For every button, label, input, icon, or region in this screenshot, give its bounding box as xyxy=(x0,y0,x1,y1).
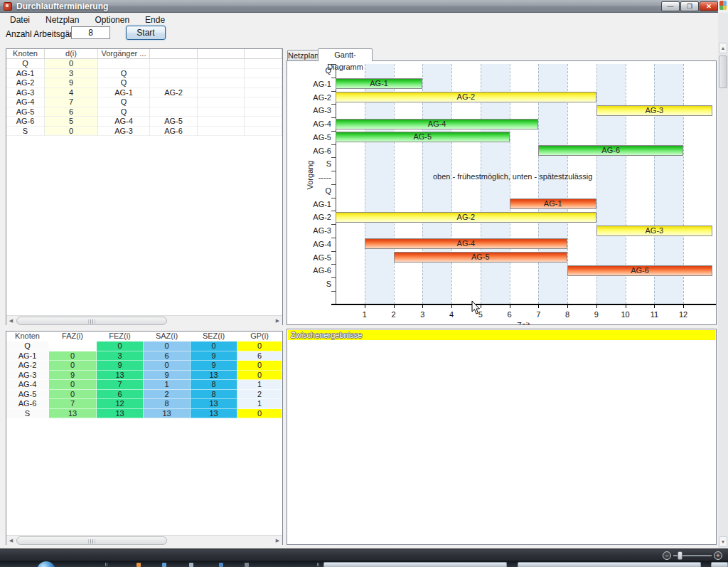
zoom-slider[interactable]: − + xyxy=(663,551,722,560)
zoom-track[interactable] xyxy=(673,555,712,556)
table-row[interactable]: AG-39139130 xyxy=(6,371,282,381)
scroll-down-icon[interactable]: ▼ xyxy=(719,536,727,547)
gantt-row-label: S xyxy=(289,280,331,288)
header-cell: FAZ(i) xyxy=(49,332,97,341)
cell: 6 xyxy=(45,107,98,117)
x-tick xyxy=(451,305,452,308)
window-title: Durchlaufterminierung xyxy=(16,1,108,11)
cell: AG-2 xyxy=(150,88,198,98)
quicklaunch-icon[interactable] xyxy=(245,563,249,567)
table-row[interactable]: AG-103696 xyxy=(6,351,282,361)
table-row[interactable]: AG-65AG-4AG-5 xyxy=(6,117,282,127)
scroll-left-icon[interactable]: ◀ xyxy=(6,536,16,545)
menu-item-netzplan[interactable]: Netzplan xyxy=(40,14,85,26)
table-row[interactable]: Q0 xyxy=(6,59,282,69)
x-tick xyxy=(626,305,626,308)
cell: 1 xyxy=(237,380,282,390)
quicklaunch-icon[interactable] xyxy=(189,563,193,567)
taskbar-window-button[interactable] xyxy=(518,562,701,567)
minimize-button[interactable]: — xyxy=(661,1,680,11)
cell xyxy=(198,127,245,137)
cell xyxy=(245,117,282,127)
table-row[interactable]: AG-34AG-1AG-2 xyxy=(6,88,282,98)
cell: AG-1 xyxy=(98,88,150,98)
quicklaunch-icon[interactable] xyxy=(219,563,223,567)
table-row[interactable]: AG-13Q xyxy=(6,69,282,79)
cell: S xyxy=(6,409,49,419)
x-tick xyxy=(394,305,395,308)
cell: 6 xyxy=(144,351,191,361)
tab-netzplan[interactable]: Netzplan xyxy=(287,50,318,61)
taskbar-grip xyxy=(105,563,108,566)
cell: AG-2 xyxy=(6,361,49,371)
x-tick xyxy=(654,305,655,308)
menu-item-ende[interactable]: Ende xyxy=(139,14,171,26)
menu-item-optionen[interactable]: Optionen xyxy=(89,14,135,26)
gantt-row-label: AG-6 xyxy=(289,266,331,275)
zoom-in-icon[interactable]: + xyxy=(714,551,722,560)
quicklaunch-icon[interactable] xyxy=(136,563,141,567)
taskbar[interactable] xyxy=(0,561,728,567)
cell: 7 xyxy=(45,97,98,107)
table-row[interactable]: S0AG-3AG-6 xyxy=(6,127,282,137)
start-orb[interactable] xyxy=(37,561,55,567)
table-row[interactable]: S131313130 xyxy=(6,409,282,419)
cell: 9 xyxy=(97,361,144,371)
scroll-left-icon[interactable]: ◀ xyxy=(6,317,16,325)
cell xyxy=(198,88,245,98)
cell: 2 xyxy=(237,390,282,400)
x-tick-label: 8 xyxy=(559,310,576,319)
header-cell: SEZ(i) xyxy=(191,332,237,341)
cell: 9 xyxy=(45,78,98,88)
cell: 13 xyxy=(144,409,191,419)
menu-item-datei[interactable]: Datei xyxy=(4,14,36,26)
table-row[interactable]: AG-47Q xyxy=(6,97,282,107)
cell: 0 xyxy=(49,380,97,390)
start-button[interactable]: Start xyxy=(126,26,166,40)
precedence-hscrollbar[interactable]: ◀ ▶ xyxy=(6,315,282,325)
cell: AG-6 xyxy=(6,117,45,127)
cell: 0 xyxy=(237,371,282,381)
gantt-panel: QAG-1AG-2AG-3AG-4AG-5AG-6S-----QAG-1AG-2… xyxy=(287,60,717,325)
quicklaunch-icon[interactable] xyxy=(162,563,166,567)
count-input[interactable]: 8 xyxy=(71,26,110,39)
cell: Q xyxy=(6,59,45,69)
cell xyxy=(198,69,245,79)
cell: Q xyxy=(98,107,150,117)
cell: 0 xyxy=(97,341,144,351)
schedule-panel: KnotenFAZ(i)FEZ(i)SAZ(i)SEZ(i)GP(i)Q0000… xyxy=(6,331,283,545)
x-tick xyxy=(538,305,539,308)
cell: 0 xyxy=(45,127,98,137)
table-row[interactable]: Q0000 xyxy=(6,341,282,351)
table-row[interactable]: AG-506282 xyxy=(6,390,282,400)
tab-gantt-diagramm[interactable]: Gantt-Diagramm xyxy=(318,48,373,61)
taskbar-window-button[interactable] xyxy=(711,562,728,567)
window-vscrollbar[interactable]: ▲ ▼ xyxy=(718,13,728,549)
table-row[interactable]: AG-209090 xyxy=(6,361,282,371)
restore-button[interactable]: ❐ xyxy=(680,1,699,11)
cell: 0 xyxy=(49,351,97,361)
scroll-right-icon[interactable]: ▶ xyxy=(273,536,282,545)
table-row[interactable]: AG-56Q xyxy=(6,107,282,117)
cell: AG-3 xyxy=(6,88,45,98)
scrollbar-thumb[interactable] xyxy=(719,55,727,88)
table-row[interactable]: AG-407181 xyxy=(6,380,282,390)
mouse-cursor xyxy=(471,300,481,315)
cell: AG-5 xyxy=(6,107,45,117)
scroll-right-icon[interactable]: ▶ xyxy=(273,317,282,325)
cell: Q xyxy=(6,341,49,351)
close-button[interactable]: ✕ xyxy=(700,1,718,11)
zoom-out-icon[interactable]: − xyxy=(663,551,671,560)
scroll-up-icon[interactable]: ▲ xyxy=(719,43,727,53)
taskbar-window-button[interactable] xyxy=(323,562,507,567)
scrollbar-thumb[interactable] xyxy=(16,317,167,325)
x-tick-label: 6 xyxy=(501,310,518,319)
cell: 13 xyxy=(97,371,144,381)
zoom-thumb[interactable] xyxy=(678,551,682,560)
x-tick-label: 12 xyxy=(675,310,692,319)
cell: 0 xyxy=(144,341,191,351)
table-row[interactable]: AG-67128131 xyxy=(6,399,282,409)
scrollbar-thumb[interactable] xyxy=(16,536,167,545)
schedule-hscrollbar[interactable]: ◀ ▶ xyxy=(6,535,282,545)
table-row[interactable]: AG-29Q xyxy=(6,78,282,88)
